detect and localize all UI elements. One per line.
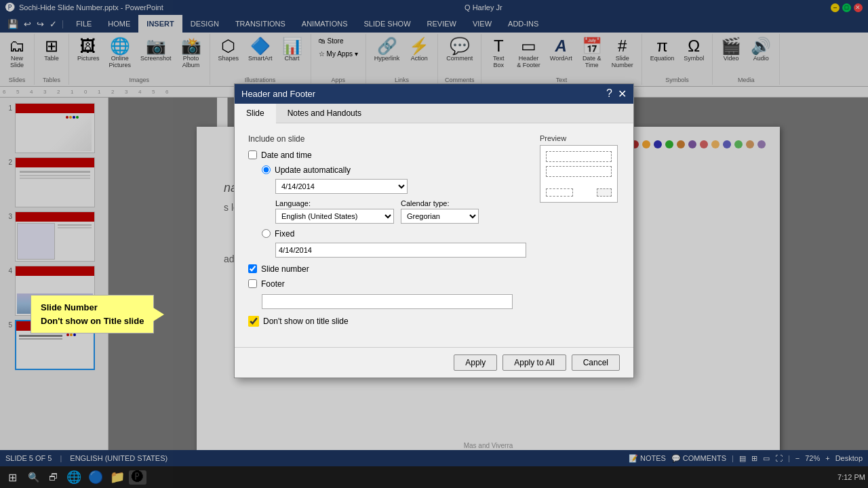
calendar-label: Calendar type:: [401, 199, 479, 207]
header-footer-dialog: Header and Footer ? ✕ Slide Notes and Ha…: [234, 83, 634, 378]
dialog-tabs: Slide Notes and Handouts: [235, 104, 633, 123]
dont-show-checkbox[interactable]: [248, 316, 259, 327]
slide-number-label: Slide number: [261, 264, 309, 274]
slide-number-row: Slide number: [248, 264, 526, 274]
preview-label: Preview: [540, 134, 620, 142]
update-auto-row: Update automatically: [248, 165, 526, 175]
dialog-close-button[interactable]: ✕: [618, 87, 627, 100]
tooltip-line1: Slide Number: [41, 301, 144, 314]
dialog-overlay: Header and Footer ? ✕ Slide Notes and Ha…: [0, 0, 868, 488]
dialog-title: Header and Footer: [241, 89, 315, 99]
fixed-row: Fixed: [248, 229, 526, 239]
date-time-checkbox[interactable]: [248, 150, 257, 159]
footer-row: Footer: [248, 279, 526, 289]
slide-number-checkbox[interactable]: [248, 264, 257, 273]
dialog-body: Include on slide Date and time Update au…: [235, 123, 633, 343]
tab-notes-handouts[interactable]: Notes and Handouts: [276, 104, 373, 123]
cancel-button[interactable]: Cancel: [572, 354, 620, 371]
calendar-select[interactable]: Gregorian: [401, 209, 479, 224]
dialog-help-button[interactable]: ?: [606, 87, 612, 100]
tooltip-line2: Don't show on Title slide: [41, 314, 144, 328]
update-auto-label: Update automatically: [275, 165, 351, 175]
footer-checkbox[interactable]: [248, 279, 257, 288]
date-time-row: Date and time: [248, 150, 526, 160]
language-select[interactable]: English (United States): [275, 209, 394, 224]
language-label: Language:: [275, 199, 394, 207]
tab-slide[interactable]: Slide: [235, 104, 276, 123]
fixed-label: Fixed: [275, 229, 294, 239]
preview-box: [540, 145, 618, 203]
dialog-footer: Apply Apply to All Cancel: [235, 347, 633, 378]
fixed-radio[interactable]: [262, 229, 271, 238]
section-label: Include on slide: [248, 134, 526, 144]
footer-input[interactable]: [262, 294, 513, 309]
date-time-label: Date and time: [261, 150, 312, 160]
footer-label: Footer: [261, 279, 285, 289]
fixed-date-input[interactable]: [275, 243, 526, 258]
tooltip: Slide Number Don't show on Title slide: [31, 295, 154, 333]
apply-button[interactable]: Apply: [454, 354, 497, 371]
dont-show-row: Don't show on title slide: [248, 316, 526, 327]
dialog-titlebar: Header and Footer ? ✕: [235, 84, 633, 104]
update-auto-radio[interactable]: [262, 165, 271, 174]
preview-section: Preview: [540, 134, 620, 332]
dont-show-label: Don't show on title slide: [263, 317, 349, 326]
date-format-select[interactable]: 4/14/2014: [275, 179, 408, 194]
tooltip-arrow: [153, 308, 164, 321]
apply-to-all-button[interactable]: Apply to All: [502, 354, 566, 371]
